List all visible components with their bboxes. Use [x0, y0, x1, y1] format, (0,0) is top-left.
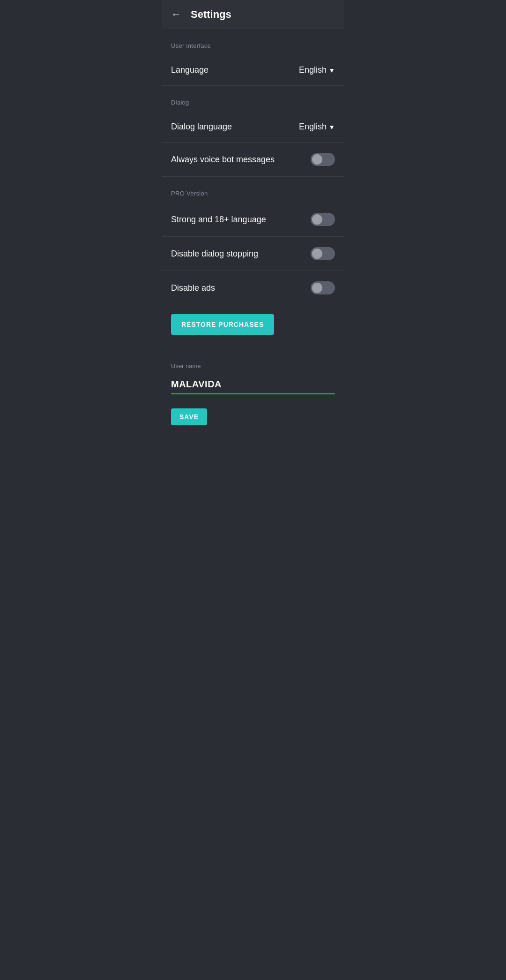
settings-content: User interface Language English ▼ Dialog… — [162, 29, 344, 444]
restore-section: RESTORE PURCHASES — [162, 305, 344, 349]
always-voice-toggle[interactable] — [311, 153, 335, 166]
strong-language-item: Strong and 18+ language — [162, 203, 344, 237]
disable-dialog-stopping-slider — [311, 247, 335, 260]
disable-dialog-stopping-toggle[interactable] — [311, 247, 335, 260]
pro-version-section-header: PRO Version — [162, 177, 344, 203]
username-input[interactable] — [171, 377, 335, 394]
user-interface-section-header: User interface — [162, 29, 344, 55]
disable-ads-label: Disable ads — [171, 283, 215, 293]
user-interface-section: User interface Language English ▼ — [162, 29, 344, 85]
disable-ads-slider — [311, 281, 335, 294]
dialog-language-value-text: English — [299, 122, 327, 132]
language-value-text: English — [299, 65, 327, 75]
strong-language-slider — [311, 213, 335, 226]
disable-ads-toggle[interactable] — [311, 281, 335, 294]
language-label: Language — [171, 65, 208, 75]
always-voice-item: Always voice bot messages — [162, 143, 344, 176]
strong-language-label: Strong and 18+ language — [171, 215, 266, 225]
disable-ads-item: Disable ads — [162, 271, 344, 305]
disable-dialog-stopping-label: Disable dialog stopping — [171, 249, 258, 259]
strong-language-toggle[interactable] — [311, 213, 335, 226]
dialog-language-dropdown-arrow: ▼ — [328, 123, 335, 131]
always-voice-slider — [311, 153, 335, 166]
restore-purchases-button[interactable]: RESTORE PURCHASES — [171, 314, 274, 335]
username-section-content: User name — [162, 349, 344, 399]
dialog-language-value[interactable]: English ▼ — [299, 122, 335, 132]
language-item[interactable]: Language English ▼ — [162, 55, 344, 85]
dialog-language-label: Dialog language — [171, 122, 232, 132]
header: ← Settings — [162, 0, 344, 29]
dialog-section-header: Dialog — [162, 86, 344, 112]
save-button[interactable]: SAVE — [171, 408, 207, 425]
pro-version-section: PRO Version Strong and 18+ language Disa… — [162, 177, 344, 349]
disable-dialog-stopping-item: Disable dialog stopping — [162, 237, 344, 271]
always-voice-label: Always voice bot messages — [171, 155, 275, 165]
dialog-language-item[interactable]: Dialog language English ▼ — [162, 112, 344, 143]
page-title: Settings — [191, 8, 231, 21]
dialog-section: Dialog Dialog language English ▼ Always … — [162, 86, 344, 176]
username-section-label: User name — [171, 362, 335, 369]
username-section: User name SAVE — [162, 349, 344, 444]
back-icon[interactable]: ← — [171, 8, 181, 21]
language-value[interactable]: English ▼ — [299, 65, 335, 75]
username-input-wrapper — [171, 377, 335, 394]
language-dropdown-arrow: ▼ — [328, 67, 335, 74]
